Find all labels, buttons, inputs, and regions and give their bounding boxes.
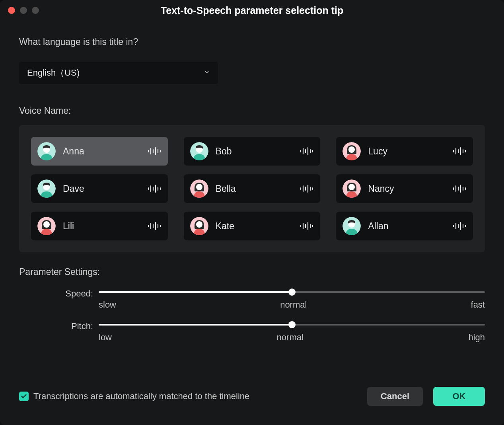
pitch-max-label: high bbox=[468, 332, 485, 343]
close-window-button[interactable] bbox=[8, 7, 15, 14]
waveform-icon[interactable] bbox=[300, 221, 314, 231]
voice-card-lili[interactable]: Lili bbox=[31, 212, 168, 240]
avatar-icon bbox=[342, 179, 361, 198]
voice-name-label: Nancy bbox=[368, 183, 452, 194]
avatar-icon bbox=[190, 217, 208, 235]
minimize-window-button[interactable] bbox=[20, 7, 27, 14]
voice-name-label: Kate bbox=[216, 221, 300, 232]
auto-match-checkbox[interactable] bbox=[19, 392, 29, 401]
dialog-footer: Transcriptions are automatically matched… bbox=[19, 387, 485, 406]
speed-mid-label: normal bbox=[280, 300, 307, 310]
chevron-down-icon bbox=[204, 69, 210, 77]
speed-slider[interactable] bbox=[99, 289, 485, 296]
voice-name-label: Bella bbox=[216, 183, 300, 194]
voice-name-label: Anna bbox=[63, 146, 147, 157]
voice-selection-panel: AnnaBobLucyDaveBellaNancyLiliKateAllan bbox=[19, 125, 485, 252]
voice-name-label: Allan bbox=[368, 221, 452, 232]
voice-name-label: Lucy bbox=[368, 146, 452, 157]
dialog-content: What language is this title in? English（… bbox=[0, 21, 504, 343]
auto-match-label: Transcriptions are automatically matched… bbox=[33, 391, 249, 402]
avatar-icon bbox=[37, 179, 56, 198]
waveform-icon[interactable] bbox=[452, 221, 467, 231]
voice-card-nancy[interactable]: Nancy bbox=[336, 174, 473, 203]
pitch-min-label: low bbox=[99, 332, 112, 343]
waveform-icon[interactable] bbox=[300, 146, 314, 156]
speed-label: Speed: bbox=[19, 289, 99, 299]
waveform-icon[interactable] bbox=[452, 146, 467, 156]
waveform-icon[interactable] bbox=[147, 184, 162, 193]
voice-name-label: Dave bbox=[63, 183, 147, 194]
dialog-window: Text-to-Speech parameter selection tip W… bbox=[0, 0, 504, 425]
voice-card-lucy[interactable]: Lucy bbox=[336, 137, 473, 166]
window-title: Text-to-Speech parameter selection tip bbox=[6, 5, 498, 16]
waveform-icon[interactable] bbox=[452, 184, 467, 193]
voice-card-kate[interactable]: Kate bbox=[184, 212, 321, 240]
voice-name-label: Voice Name: bbox=[19, 105, 485, 116]
voice-card-bob[interactable]: Bob bbox=[184, 137, 321, 166]
speed-min-label: slow bbox=[99, 300, 116, 310]
avatar-icon bbox=[342, 217, 361, 235]
ok-button[interactable]: OK bbox=[433, 387, 485, 406]
waveform-icon[interactable] bbox=[300, 184, 314, 193]
avatar-icon bbox=[342, 142, 361, 160]
avatar-icon bbox=[190, 179, 208, 198]
voice-card-dave[interactable]: Dave bbox=[31, 174, 168, 203]
language-dropdown-value: English（US) bbox=[27, 67, 80, 79]
waveform-icon[interactable] bbox=[147, 221, 162, 231]
pitch-slider[interactable] bbox=[99, 321, 485, 328]
pitch-mid-label: normal bbox=[277, 332, 304, 343]
avatar-icon bbox=[190, 142, 208, 160]
waveform-icon[interactable] bbox=[147, 146, 162, 156]
speed-row: Speed: slow normal fast bbox=[19, 289, 485, 310]
pitch-row: Pitch: low normal high bbox=[19, 321, 485, 343]
voice-card-anna[interactable]: Anna bbox=[31, 137, 168, 166]
pitch-label: Pitch: bbox=[19, 321, 99, 331]
avatar-icon bbox=[37, 142, 56, 160]
language-dropdown[interactable]: English（US) bbox=[19, 62, 218, 84]
window-controls bbox=[8, 7, 39, 14]
language-question-label: What language is this title in? bbox=[19, 37, 485, 47]
voice-card-allan[interactable]: Allan bbox=[336, 212, 473, 240]
cancel-button[interactable]: Cancel bbox=[367, 387, 423, 406]
auto-match-checkbox-row: Transcriptions are automatically matched… bbox=[19, 391, 367, 402]
avatar-icon bbox=[37, 217, 56, 235]
maximize-window-button[interactable] bbox=[32, 7, 39, 14]
voice-card-bella[interactable]: Bella bbox=[184, 174, 321, 203]
voice-name-label: Lili bbox=[63, 221, 147, 232]
voice-name-label: Bob bbox=[216, 146, 300, 157]
parameter-settings-label: Parameter Settings: bbox=[19, 267, 485, 277]
titlebar: Text-to-Speech parameter selection tip bbox=[0, 0, 504, 21]
speed-max-label: fast bbox=[471, 300, 485, 310]
